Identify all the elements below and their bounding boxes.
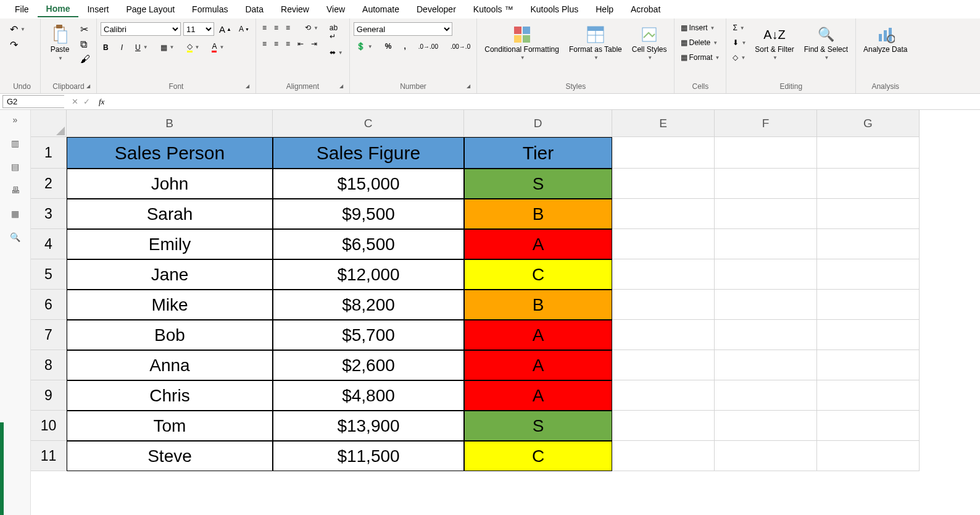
cell[interactable]	[715, 380, 817, 411]
cell[interactable]	[817, 320, 920, 350]
cell[interactable]	[715, 199, 817, 229]
undo-button[interactable]: ↶▼	[7, 22, 28, 36]
menu-view[interactable]: View	[318, 2, 354, 17]
cell[interactable]: Sarah	[67, 199, 273, 229]
panel-icon[interactable]: ▥	[10, 138, 21, 148]
cell[interactable]: C	[464, 259, 612, 290]
cell[interactable]	[817, 229, 920, 259]
dialog-launcher-icon[interactable]: ◢	[246, 83, 253, 91]
cell[interactable]: $5,700	[273, 320, 464, 350]
menu-developer[interactable]: Developer	[408, 2, 465, 17]
cell[interactable]: $2,600	[273, 350, 464, 380]
increase-indent-button[interactable]: ⇥	[309, 38, 320, 49]
format-painter-button[interactable]: 🖌	[78, 52, 93, 66]
align-left-button[interactable]: ≡	[260, 38, 269, 49]
cell[interactable]	[817, 137, 920, 169]
cell[interactable]: $4,800	[273, 380, 464, 411]
bold-button[interactable]: B	[101, 42, 111, 53]
cell[interactable]	[612, 259, 715, 290]
cell[interactable]	[715, 411, 817, 441]
cell[interactable]	[817, 169, 920, 199]
cell[interactable]: A	[464, 380, 612, 411]
dialog-launcher-icon[interactable]: ◢	[339, 83, 347, 91]
accounting-format-button[interactable]: 💲▼	[354, 41, 375, 52]
font-name-select[interactable]: Calibri	[101, 22, 181, 36]
cell[interactable]	[817, 441, 920, 471]
column-header[interactable]: C	[273, 110, 464, 137]
dialog-launcher-icon[interactable]: ◢	[86, 83, 94, 91]
formula-cancel-icon[interactable]: ✕	[72, 97, 78, 106]
column-header[interactable]: D	[464, 110, 612, 137]
panel-icon[interactable]: ▦	[10, 209, 21, 219]
cell[interactable]	[715, 441, 817, 471]
underline-button[interactable]: U▼	[133, 42, 151, 53]
cell[interactable]: $9,500	[273, 199, 464, 229]
cell[interactable]	[612, 199, 715, 229]
row-header[interactable]: 2	[31, 169, 67, 199]
column-header[interactable]: E	[612, 110, 715, 137]
cell[interactable]	[612, 169, 715, 199]
cell[interactable]	[817, 199, 920, 229]
name-box-input[interactable]	[3, 96, 114, 107]
cell[interactable]: Bob	[67, 320, 273, 350]
fill-button[interactable]: ⬇▼	[730, 37, 749, 48]
cell[interactable]	[715, 259, 817, 290]
menu-insert[interactable]: Insert	[78, 2, 117, 17]
cell[interactable]: Emily	[67, 229, 273, 259]
cell-styles-button[interactable]: Cell Styles▼	[628, 22, 671, 63]
cell[interactable]: Mike	[67, 290, 273, 320]
comma-button[interactable]: ,	[401, 41, 408, 52]
cell[interactable]: $8,200	[273, 290, 464, 320]
cell[interactable]	[817, 411, 920, 441]
select-all-corner[interactable]	[31, 110, 67, 137]
insert-cells-button[interactable]: ▦ Insert ▼	[678, 22, 722, 33]
cell[interactable]: A	[464, 350, 612, 380]
align-center-button[interactable]: ≡	[272, 38, 281, 49]
row-header[interactable]: 9	[31, 380, 67, 411]
cell[interactable]	[715, 290, 817, 320]
redo-button[interactable]: ↷	[7, 38, 28, 52]
cell[interactable]	[612, 229, 715, 259]
align-top-button[interactable]: ≡	[260, 22, 269, 33]
table-header-cell[interactable]: Sales Person	[67, 137, 273, 169]
menu-formulas[interactable]: Formulas	[183, 2, 236, 17]
cell[interactable]: B	[464, 290, 612, 320]
cell[interactable]	[817, 350, 920, 380]
cell[interactable]	[817, 259, 920, 290]
cell[interactable]	[817, 380, 920, 411]
row-header[interactable]: 7	[31, 320, 67, 350]
cell[interactable]: S	[464, 169, 612, 199]
cell[interactable]: $12,000	[273, 259, 464, 290]
panel-icon[interactable]: 🖶	[10, 185, 21, 195]
align-right-button[interactable]: ≡	[283, 38, 293, 49]
fx-icon[interactable]: fx	[99, 97, 104, 107]
cell[interactable]	[612, 320, 715, 350]
menu-help[interactable]: Help	[587, 2, 622, 17]
row-header[interactable]: 11	[31, 441, 67, 471]
cell[interactable]: C	[464, 441, 612, 471]
menu-kutools-™[interactable]: Kutools ™	[465, 2, 522, 17]
cell[interactable]	[715, 350, 817, 380]
copy-button[interactable]: ⧉	[78, 38, 93, 51]
increase-decimal-button[interactable]: .0→.00	[416, 42, 441, 51]
table-header-cell[interactable]: Sales Figure	[273, 137, 464, 169]
cell[interactable]: A	[464, 320, 612, 350]
cell[interactable]	[612, 411, 715, 441]
cell[interactable]: $11,500	[273, 441, 464, 471]
cell[interactable]	[612, 441, 715, 471]
table-header-cell[interactable]: Tier	[464, 137, 612, 169]
menu-home[interactable]: Home	[38, 1, 79, 17]
find-select-button[interactable]: 🔍 Find & Select▼	[800, 22, 852, 63]
row-header[interactable]: 1	[31, 137, 67, 169]
border-button[interactable]: ▦▼	[158, 42, 177, 53]
cell[interactable]: B	[464, 199, 612, 229]
cell[interactable]: S	[464, 411, 612, 441]
italic-button[interactable]: I	[118, 42, 125, 53]
row-header[interactable]: 10	[31, 411, 67, 441]
cut-button[interactable]: ✂	[78, 22, 93, 36]
menu-data[interactable]: Data	[236, 2, 272, 17]
cell[interactable]	[817, 290, 920, 320]
clear-button[interactable]: ◇▼	[730, 52, 749, 63]
cell[interactable]	[715, 169, 817, 199]
cell[interactable]	[715, 137, 817, 169]
